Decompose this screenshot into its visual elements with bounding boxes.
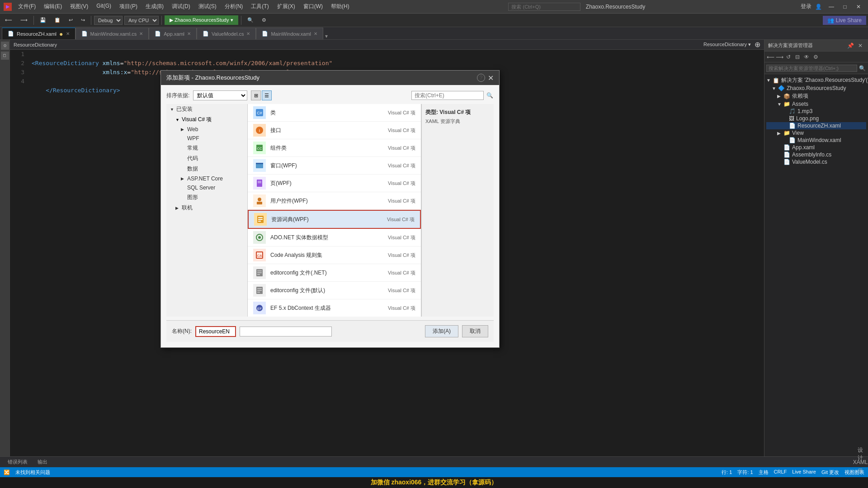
menu-git[interactable]: Git(G) — [93, 2, 115, 11]
se-search-input[interactable] — [766, 65, 857, 72]
se-search-btn[interactable]: 🔍 — [858, 64, 866, 72]
bottom-tab-output[interactable]: 输出 — [33, 457, 52, 467]
toolbar-forward[interactable]: ⟶ — [17, 16, 31, 24]
menu-file[interactable]: 文件(F) — [14, 2, 39, 11]
menu-help[interactable]: 帮助(H) — [327, 2, 353, 11]
tab-close-3[interactable]: ✕ — [246, 31, 250, 36]
bottom-design-btn[interactable]: 设计 — [856, 450, 864, 458]
se-close-btn[interactable]: ✕ — [856, 42, 864, 50]
se-tb-collapse[interactable]: ⊟ — [793, 53, 802, 61]
tab-close-4[interactable]: ✕ — [314, 31, 317, 36]
list-view-btn[interactable]: ☰ — [262, 90, 272, 100]
dlg-tree-aspnet[interactable]: ▶ ASP.NET Core — [166, 174, 247, 183]
dlg-item-adonet[interactable]: ADO.NET 实体数据模型 Visual C# 项 — [248, 229, 421, 246]
dlg-tree-common[interactable]: 常规 — [166, 143, 247, 153]
dlg-add-button[interactable]: 添加(A) — [425, 325, 458, 337]
editor-expand-icon[interactable]: ⊕ — [755, 40, 760, 49]
dlg-tree-code[interactable]: 代码 — [166, 153, 247, 164]
dlg-tree-sql[interactable]: SQL Server — [166, 183, 247, 192]
tab-mainwindow-xaml[interactable]: 📄 MainWindow.xaml ✕ — [256, 28, 323, 39]
toolbar-misc2[interactable]: ⚙ — [259, 16, 269, 24]
dlg-item-codeanalysis[interactable]: CA Code Analysis 规则集 Visual C# 项 — [248, 246, 421, 264]
toolbar-save[interactable]: 💾 — [37, 16, 49, 24]
grid-view-btn[interactable]: ⊞ — [251, 90, 261, 100]
menu-debug[interactable]: 调试(D) — [168, 2, 194, 11]
tree-app-xaml[interactable]: 📄 App.xaml — [766, 144, 866, 151]
toolbar-redo[interactable]: ↪ — [78, 16, 88, 24]
dialog-search-input[interactable] — [411, 91, 484, 100]
sidebar-icon-2[interactable]: 🗒 — [1, 52, 9, 60]
run-button[interactable]: ▶ Zhaoxo.ResourcesStudy ▾ — [165, 15, 238, 25]
tab-close-0[interactable]: ✕ — [66, 31, 70, 36]
sort-dropdown[interactable]: 默认值 名称 类型 — [193, 90, 247, 100]
se-tb-filter[interactable]: ⚙ — [811, 53, 820, 61]
dlg-item-window[interactable]: 窗口(WPF) Visual C# 项 — [248, 157, 421, 175]
dlg-item-page[interactable]: 页(WPF) Visual C# 项 — [248, 175, 421, 192]
toolbar-misc1[interactable]: 🔍 — [244, 16, 257, 24]
dlg-item-component[interactable]: CC 组件类 Visual C# 项 — [248, 139, 421, 157]
dlg-item-resourcedict[interactable]: 资源词典(WPF) Visual C# 项 — [248, 210, 421, 229]
dialog-items-list[interactable]: C# 类 Visual C# 项 I 接口 Visual C# 项 — [248, 104, 421, 317]
tree-project[interactable]: ▼ 🔷 Zhaoxo.ResourcesStudy — [766, 85, 866, 92]
live-share-button[interactable]: 👥 Live Share — [823, 16, 866, 25]
dlg-item-ef5[interactable]: EF EF 5.x DbContext 生成器 Visual C# 项 — [248, 299, 421, 317]
tree-valuemodel[interactable]: 📄 ValueModel.cs — [766, 158, 866, 166]
tab-resource-zh[interactable]: 📄 ResourceZH.xaml ● ✕ — [2, 28, 75, 39]
bottom-xaml-btn[interactable]: XAML — [856, 458, 864, 466]
tab-overflow[interactable]: ▾ — [325, 33, 328, 39]
dlg-item-userctrl[interactable]: 用户控件(WPF) Visual C# 项 — [248, 192, 421, 210]
menu-ext[interactable]: 扩展(X) — [274, 2, 299, 11]
status-live-share[interactable]: Live Share — [792, 469, 816, 476]
toolbar-undo[interactable]: ↩ — [66, 16, 76, 24]
se-tb-refresh[interactable]: ↺ — [784, 53, 793, 61]
cpu-config-dropdown[interactable]: Any CPU — [124, 16, 159, 25]
menu-window[interactable]: 窗口(W) — [300, 2, 326, 11]
tab-app-xaml[interactable]: 📄 App.xaml ✕ — [149, 28, 197, 39]
tree-assets[interactable]: ▼ 📁 Assets — [766, 100, 866, 108]
dlg-tree-graphics[interactable]: 图形 — [166, 192, 247, 203]
dlg-tree-installed[interactable]: ▼ 已安装 — [166, 104, 247, 114]
status-problems[interactable]: 未找到相关问题 — [15, 469, 50, 476]
dlg-item-class[interactable]: C# 类 Visual C# 项 — [248, 104, 421, 122]
tree-view[interactable]: ▶ 📁 View — [766, 129, 866, 137]
tree-mp3[interactable]: 🎵 1.mp3 — [766, 108, 866, 115]
status-view[interactable]: 视图图表 — [844, 469, 864, 476]
status-git[interactable]: Git 更改 — [821, 469, 839, 476]
tab-valuemodel[interactable]: 📄 ValueModel.cs ✕ — [197, 28, 256, 39]
minimize-button[interactable]: — — [826, 2, 837, 11]
tab-close-1[interactable]: ✕ — [139, 31, 143, 36]
tab-close-2[interactable]: ✕ — [187, 31, 191, 36]
tree-assemblyinfo[interactable]: 📄 AssemblyInfo.cs — [766, 151, 866, 158]
dlg-tree-online[interactable]: ▶ 联机 — [166, 203, 247, 213]
global-search[interactable] — [508, 3, 580, 11]
menu-build[interactable]: 生成(B) — [142, 2, 167, 11]
dlg-tree-data[interactable]: 数据 — [166, 164, 247, 174]
dlg-item-interface[interactable]: I 接口 Visual C# 项 — [248, 122, 421, 139]
tree-deps[interactable]: ▶ 📦 依赖项 — [766, 92, 866, 100]
tree-resourcezh[interactable]: 📄 ResourceZH.xaml — [766, 122, 866, 129]
bottom-tab-errors[interactable]: 错误列表 — [4, 457, 32, 467]
dlg-name-input[interactable] — [195, 326, 236, 337]
menu-view[interactable]: 视图(V) — [66, 2, 92, 11]
debug-config-dropdown[interactable]: Debug — [94, 16, 123, 25]
dlg-tree-web[interactable]: ▶ Web — [166, 125, 247, 134]
dlg-tree-csharp[interactable]: ▼ Visual C# 项 — [166, 114, 247, 125]
dlg-name-ext[interactable] — [240, 327, 332, 336]
menu-test[interactable]: 测试(S) — [195, 2, 220, 11]
dialog-search-btn[interactable]: 🔍 — [486, 91, 494, 99]
tree-logo[interactable]: 🖼 Logo.png — [766, 115, 866, 122]
menu-project[interactable]: 项目(P) — [116, 2, 141, 11]
se-tb-showAll[interactable]: 👁 — [802, 53, 811, 61]
menu-analyze[interactable]: 分析(N) — [221, 2, 247, 11]
dlg-tree-wpf[interactable]: WPF — [166, 134, 247, 143]
maximize-button[interactable]: □ — [839, 2, 851, 11]
close-button[interactable]: ✕ — [853, 2, 864, 11]
login-label[interactable]: 登录 — [801, 3, 811, 10]
sidebar-icon-1[interactable]: ⚙ — [1, 42, 9, 50]
se-tb-back[interactable]: ⟵ — [766, 53, 774, 61]
toolbar-back[interactable]: ⟵ — [2, 16, 15, 24]
dlg-item-editorconfig-net[interactable]: editorconfig 文件(.NET) Visual C# 项 — [248, 264, 421, 282]
dialog-help-button[interactable]: ? — [477, 74, 485, 82]
menu-edit[interactable]: 编辑(E) — [40, 2, 66, 11]
se-tb-forward[interactable]: ⟶ — [775, 53, 783, 61]
